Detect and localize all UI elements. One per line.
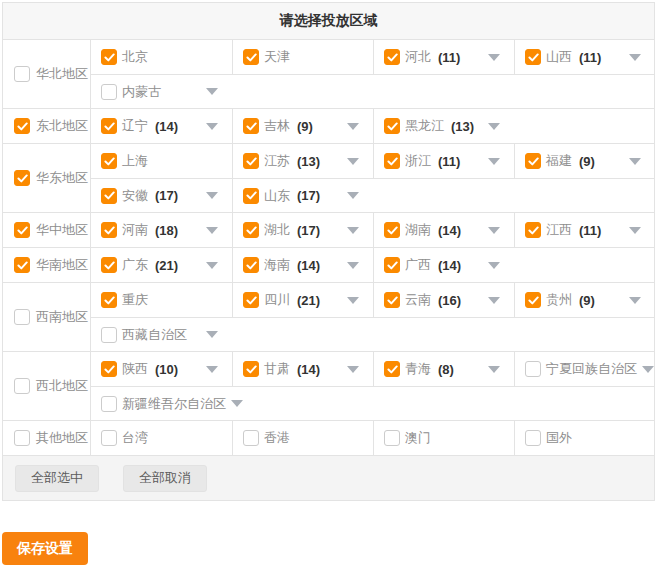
province-count: (11) xyxy=(579,50,601,65)
chevron-down-icon[interactable] xyxy=(488,366,500,373)
province-checkbox[interactable] xyxy=(384,49,400,65)
chevron-down-icon[interactable] xyxy=(206,227,218,234)
deselect-all-button[interactable]: 全部取消 xyxy=(123,465,207,492)
check-icon xyxy=(387,226,398,235)
province-checkbox[interactable] xyxy=(243,222,259,238)
province-checkbox[interactable] xyxy=(101,222,117,238)
chevron-down-icon[interactable] xyxy=(347,366,359,373)
province-checkbox[interactable] xyxy=(243,118,259,134)
chevron-down-icon[interactable] xyxy=(206,192,218,199)
province-checkbox[interactable] xyxy=(525,222,541,238)
province-cell: 湖南(14) xyxy=(373,213,514,247)
province-subrow: 新疆维吾尔自治区 xyxy=(91,386,654,420)
region-group-cell-2: 华东地区 xyxy=(3,144,91,212)
chevron-down-icon[interactable] xyxy=(488,158,500,165)
province-cell: 广东(21) xyxy=(91,248,232,282)
province-count: (10) xyxy=(155,362,178,377)
province-checkbox[interactable] xyxy=(243,361,259,377)
chevron-down-icon[interactable] xyxy=(206,331,218,338)
province-count: (16) xyxy=(438,293,461,308)
province-cell: 甘肃(14) xyxy=(232,352,373,386)
province-checkbox[interactable] xyxy=(101,49,117,65)
province-checkbox[interactable] xyxy=(101,430,117,446)
region-group-checkbox[interactable] xyxy=(14,170,30,186)
chevron-down-icon[interactable] xyxy=(488,297,500,304)
province-label: 江苏 xyxy=(264,152,290,170)
province-label: 云南 xyxy=(405,291,431,309)
province-checkbox[interactable] xyxy=(101,188,117,204)
check-icon xyxy=(104,261,115,270)
region-group-checkbox[interactable] xyxy=(14,66,30,82)
province-checkbox[interactable] xyxy=(384,153,400,169)
region-group-cell-7: 其他地区 xyxy=(3,421,91,455)
province-checkbox[interactable] xyxy=(525,361,541,377)
region-group-checkbox[interactable] xyxy=(14,309,30,325)
province-checkbox[interactable] xyxy=(243,153,259,169)
province-checkbox[interactable] xyxy=(525,153,541,169)
region-group-checkbox[interactable] xyxy=(14,430,30,446)
province-checkbox[interactable] xyxy=(101,118,117,134)
province-checkbox[interactable] xyxy=(101,327,117,343)
chevron-down-icon[interactable] xyxy=(629,297,641,304)
region-group-checkbox[interactable] xyxy=(14,222,30,238)
province-checkbox[interactable] xyxy=(384,222,400,238)
province-cell: 黑龙江(13) xyxy=(373,109,514,143)
province-checkbox[interactable] xyxy=(243,188,259,204)
chevron-down-icon[interactable] xyxy=(347,262,359,269)
check-icon xyxy=(387,365,398,374)
province-label: 四川 xyxy=(264,291,290,309)
region-group-row: 东北地区辽宁(14)吉林(9)黑龙江(13) xyxy=(3,108,654,143)
province-checkbox[interactable] xyxy=(243,292,259,308)
province-checkbox[interactable] xyxy=(243,257,259,273)
chevron-down-icon[interactable] xyxy=(347,123,359,130)
province-checkbox[interactable] xyxy=(101,396,117,412)
chevron-down-icon[interactable] xyxy=(488,227,500,234)
table-footer: 全部选中 全部取消 xyxy=(3,455,654,500)
chevron-down-icon[interactable] xyxy=(206,262,218,269)
chevron-down-icon[interactable] xyxy=(347,227,359,234)
province-checkbox[interactable] xyxy=(525,430,541,446)
province-checkbox[interactable] xyxy=(243,49,259,65)
chevron-down-icon[interactable] xyxy=(206,88,218,95)
region-group-checkbox[interactable] xyxy=(14,118,30,134)
province-checkbox[interactable] xyxy=(525,49,541,65)
province-subrow: 河南(18)湖北(17)湖南(14)江西(11) xyxy=(91,213,654,247)
chevron-down-icon[interactable] xyxy=(231,400,243,407)
chevron-down-icon[interactable] xyxy=(206,123,218,130)
region-group-cell-5: 西南地区 xyxy=(3,283,91,351)
province-checkbox[interactable] xyxy=(101,257,117,273)
save-settings-button[interactable]: 保存设置 xyxy=(2,532,88,565)
chevron-down-icon[interactable] xyxy=(488,262,500,269)
province-checkbox[interactable] xyxy=(384,430,400,446)
select-all-button[interactable]: 全部选中 xyxy=(15,465,99,492)
province-cell: 重庆 xyxy=(91,283,232,317)
province-checkbox[interactable] xyxy=(101,361,117,377)
province-checkbox[interactable] xyxy=(243,430,259,446)
province-label: 山西 xyxy=(546,48,572,66)
province-cell: 北京 xyxy=(91,40,232,74)
region-group-checkbox[interactable] xyxy=(14,378,30,394)
region-group-checkbox[interactable] xyxy=(14,257,30,273)
region-group-cell-3: 华中地区 xyxy=(3,213,91,247)
province-checkbox[interactable] xyxy=(384,257,400,273)
province-checkbox[interactable] xyxy=(384,361,400,377)
province-checkbox[interactable] xyxy=(384,118,400,134)
chevron-down-icon[interactable] xyxy=(206,366,218,373)
chevron-down-icon[interactable] xyxy=(642,366,654,373)
chevron-down-icon[interactable] xyxy=(488,54,500,61)
province-subrow: 北京天津河北(11)山西(11) xyxy=(91,40,654,74)
chevron-down-icon[interactable] xyxy=(629,227,641,234)
chevron-down-icon[interactable] xyxy=(629,54,641,61)
chevron-down-icon[interactable] xyxy=(347,192,359,199)
province-checkbox[interactable] xyxy=(384,292,400,308)
province-cell: 澳门 xyxy=(373,421,514,455)
province-checkbox[interactable] xyxy=(101,153,117,169)
chevron-down-icon[interactable] xyxy=(347,297,359,304)
province-checkbox[interactable] xyxy=(525,292,541,308)
chevron-down-icon[interactable] xyxy=(488,123,500,130)
province-checkbox[interactable] xyxy=(101,292,117,308)
chevron-down-icon[interactable] xyxy=(347,158,359,165)
province-checkbox[interactable] xyxy=(101,84,117,100)
province-subrow: 陕西(10)甘肃(14)青海(8)宁夏回族自治区 xyxy=(91,352,654,386)
chevron-down-icon[interactable] xyxy=(629,158,641,165)
